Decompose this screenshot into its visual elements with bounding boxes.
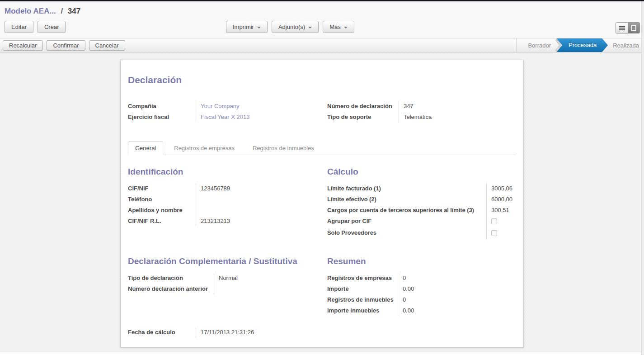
- tipo-declaracion-value: Normal: [214, 273, 327, 284]
- field-row-numero-declaracion: Número de declaración 347: [327, 101, 516, 112]
- registros-inmuebles-value: 0: [398, 294, 516, 305]
- apellidos-nombre-value: [196, 205, 327, 216]
- state-borrador: Borrador: [523, 42, 556, 49]
- field-row-cargos-terceros: Cargos por cuenta de terceros superiores…: [327, 205, 516, 216]
- field-row-importe-inmuebles: Importe inmuebles 0,00: [327, 305, 516, 316]
- scrollbar-track[interactable]: [641, 1, 644, 355]
- field-row-ejercicio-fiscal: Ejercicio fiscal Fiscal Year X 2013: [128, 112, 327, 123]
- dropdown-caret-icon: [257, 27, 261, 28]
- field-row-cif-nif-rl: CIF/NIF R.L. 213213213: [128, 216, 327, 227]
- list-icon: [619, 28, 625, 28]
- cif-nif-value: 123456789: [196, 183, 327, 194]
- tipo-soporte-label: Tipo de soporte: [327, 112, 399, 123]
- state-realizada: Realizada: [608, 42, 644, 49]
- field-row-registros-empresas: Registros de empresas 0: [327, 273, 516, 284]
- field-row-apellidos-nombre: Apellidos y nombre: [128, 205, 327, 216]
- statusbar: Borrador Procesada Realizada: [516, 38, 644, 52]
- create-button[interactable]: Crear: [38, 21, 66, 33]
- resumen-section: Resumen Registros de empresas 0 Importe …: [327, 256, 516, 316]
- field-row-agrupar-por-cif: Agrupar por CIF: [327, 216, 516, 227]
- agrupar-por-cif-checkbox[interactable]: [491, 218, 497, 224]
- more-label: Más: [329, 24, 341, 30]
- header-fields-right: Número de declaración 347 Tipo de soport…: [327, 101, 516, 123]
- solo-proveedores-cell: [486, 227, 516, 239]
- fecha-calculo-value: 17/11/2013 21:31:26: [196, 327, 327, 338]
- attachments-dropdown-button[interactable]: Adjunto(s): [272, 21, 319, 33]
- state-procesada-active: Procesada: [556, 38, 608, 52]
- solo-proveedores-checkbox[interactable]: [491, 230, 497, 236]
- limite-efectivo-label: Límite efectivo (2): [327, 194, 486, 205]
- form-view-background: Declaración Compañía Your Company Ejerci…: [0, 52, 644, 352]
- field-row-compania: Compañía Your Company: [128, 101, 327, 112]
- agrupar-por-cif-label: Agrupar por CIF: [327, 216, 486, 227]
- importe-label: Importe: [327, 284, 398, 294]
- edit-button[interactable]: Editar: [5, 21, 33, 33]
- breadcrumb-current: 347: [68, 7, 80, 15]
- section-row-2: Declaración Complementaria / Sustitutiva…: [128, 256, 516, 316]
- identificacion-title: Identificación: [128, 167, 327, 177]
- footer-field: Fecha de cálculo 17/11/2013 21:31:26: [128, 327, 327, 338]
- cargos-terceros-value: 300,51: [486, 205, 516, 216]
- dropdown-caret-icon: [308, 27, 312, 28]
- resumen-title: Resumen: [327, 256, 516, 266]
- field-row-fecha-calculo: Fecha de cálculo 17/11/2013 21:31:26: [128, 327, 327, 338]
- print-dropdown-button[interactable]: Imprimir: [226, 21, 268, 33]
- registros-empresas-label: Registros de empresas: [327, 273, 398, 284]
- field-row-tipo-soporte: Tipo de soporte Telemática: [327, 112, 516, 123]
- ejercicio-fiscal-value-link[interactable]: Fiscal Year X 2013: [196, 112, 327, 123]
- more-dropdown-button[interactable]: Más: [323, 21, 354, 33]
- dropdown-caret-icon: [344, 27, 348, 28]
- limite-facturado-label: Límite facturado (1): [327, 183, 486, 194]
- form-icon: [631, 25, 636, 31]
- fecha-calculo-label: Fecha de cálculo: [128, 327, 196, 338]
- breadcrumb-parent-link[interactable]: Modelo AEA...: [5, 7, 56, 15]
- apellidos-nombre-label: Apellidos y nombre: [128, 205, 196, 216]
- confirm-button[interactable]: Confirmar: [47, 40, 85, 51]
- cargos-terceros-label: Cargos por cuenta de terceros superiores…: [327, 205, 486, 216]
- field-row-importe: Importe 0,00: [327, 284, 516, 294]
- breadcrumb: Modelo AEA... / 347: [0, 1, 644, 18]
- workflow-status-row: Recalcular Confirmar Cancelar Borrador P…: [0, 38, 644, 52]
- form-view-button[interactable]: [628, 23, 639, 33]
- tab-general[interactable]: General: [128, 141, 163, 155]
- print-label: Imprimir: [233, 24, 254, 30]
- field-row-tipo-declaracion: Tipo de declaración Normal: [128, 273, 327, 284]
- compania-label: Compañía: [128, 101, 196, 112]
- header-fields-left: Compañía Your Company Ejercicio fiscal F…: [128, 101, 327, 123]
- action-button-row: Editar Crear Imprimir Adjunto(s) Más: [0, 18, 644, 38]
- limite-efectivo-value: 6000,00: [486, 194, 516, 205]
- list-view-button[interactable]: [616, 23, 628, 33]
- field-row-solo-proveedores: Solo Proveedores: [327, 227, 516, 239]
- agrupar-por-cif-cell: [486, 216, 516, 227]
- page-title: Declaración: [128, 75, 516, 85]
- field-row-limite-facturado: Límite facturado (1) 3005,06: [327, 183, 516, 194]
- record-action-buttons: Editar Crear: [5, 21, 66, 33]
- importe-inmuebles-value: 0,00: [398, 305, 516, 316]
- field-row-numero-declaracion-anterior: Número declaración anterior: [128, 284, 327, 294]
- field-row-cif-nif: CIF/NIF 123456789: [128, 183, 327, 194]
- complementaria-title: Declaración Complementaria / Sustitutiva: [128, 256, 327, 266]
- tipo-soporte-value: Telemática: [399, 112, 516, 123]
- limite-facturado-value: 3005,06: [486, 183, 516, 194]
- cancel-button[interactable]: Cancelar: [89, 40, 125, 51]
- tipo-declaracion-label: Tipo de declaración: [128, 273, 214, 284]
- recalculate-button[interactable]: Recalcular: [3, 40, 43, 51]
- view-switcher: [616, 22, 640, 33]
- compania-value-link[interactable]: Your Company: [196, 101, 327, 112]
- registros-empresas-value: 0: [398, 273, 516, 284]
- state-separator-icon: [555, 38, 561, 52]
- registros-inmuebles-label: Registros de inmuebles: [327, 294, 398, 305]
- field-row-registros-inmuebles: Registros de inmuebles 0: [327, 294, 516, 305]
- header-fields: Compañía Your Company Ejercicio fiscal F…: [128, 101, 516, 123]
- tab-registros-de-empresas[interactable]: Registros de empresas: [167, 141, 242, 155]
- numero-declaracion-anterior-value: [214, 284, 327, 294]
- form-sheet: Declaración Compañía Your Company Ejerci…: [120, 60, 524, 348]
- cif-nif-rl-label: CIF/NIF R.L.: [128, 216, 196, 227]
- breadcrumb-separator: /: [61, 7, 63, 15]
- calculo-title: Cálculo: [327, 167, 516, 177]
- field-row-limite-efectivo: Límite efectivo (2) 6000,00: [327, 194, 516, 205]
- cif-nif-label: CIF/NIF: [128, 183, 196, 194]
- tab-registros-de-inmuebles[interactable]: Registros de inmuebles: [245, 141, 321, 155]
- numero-declaracion-value: 347: [399, 101, 516, 112]
- attachments-label: Adjunto(s): [278, 24, 305, 30]
